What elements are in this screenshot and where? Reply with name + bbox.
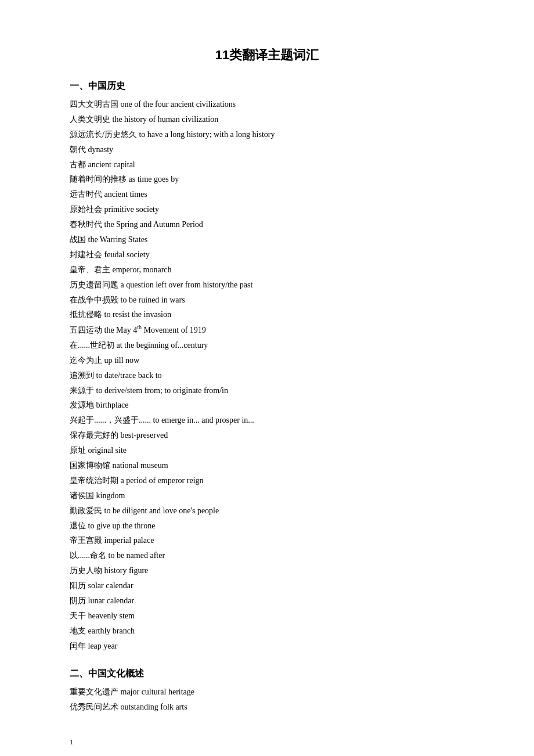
vocab-item: 皇帝、君主 emperor, monarch — [70, 262, 464, 278]
vocab-item: 随着时间的推移 as time goes by — [70, 172, 464, 187]
vocab-item: 优秀民间艺术 outstanding folk arts — [70, 700, 464, 715]
section-heading-section1: 一、中国历史 — [70, 80, 464, 92]
page: 11类翻译主题词汇 一、中国历史四大文明古国 one of the four a… — [0, 0, 534, 756]
vocab-item: 阳历 solar calendar — [70, 578, 464, 593]
vocab-item: 国家博物馆 national museum — [70, 458, 464, 473]
vocab-item: 春秋时代 the Spring and Autumn Period — [70, 217, 464, 232]
vocab-item: 勤政爱民 to be diligent and love one's peopl… — [70, 503, 464, 519]
vocab-item: 皇帝统治时期 a period of emperor reign — [70, 473, 464, 488]
vocab-item: 战国 the Warring States — [70, 232, 464, 247]
vocab-item: 源远流长/历史悠久 to have a long history; with a… — [70, 127, 464, 142]
vocab-item: 帝王宫殿 imperial palace — [70, 533, 464, 548]
vocab-item: 封建社会 feudal society — [70, 247, 464, 262]
page-title: 11类翻译主题词汇 — [70, 46, 464, 64]
vocab-item: 追溯到 to date/trace back to — [70, 368, 464, 383]
vocab-item: 闰年 leap year — [70, 639, 464, 654]
vocab-item: 历史人物 history figure — [70, 563, 464, 578]
vocab-item: 古都 ancient capital — [70, 157, 464, 172]
vocab-item: 朝代 dynasty — [70, 142, 464, 157]
vocab-item: 诸侯国 kingdom — [70, 488, 464, 503]
vocab-item: 地支 earthly branch — [70, 624, 464, 639]
vocab-item: 四大文明古国 one of the four ancient civilizat… — [70, 97, 464, 112]
vocab-item: 阴历 lunar calendar — [70, 593, 464, 609]
vocab-item: 抵抗侵略 to resist the invasion — [70, 307, 464, 322]
page-number: 1 — [70, 737, 464, 747]
vocab-item: 退位 to give up the throne — [70, 519, 464, 534]
vocab-item: 兴起于......，兴盛于...... to emerge in... and … — [70, 413, 464, 428]
vocab-item: 发源地 birthplace — [70, 398, 464, 413]
vocab-item: 在......世纪初 at the beginning of...century — [70, 338, 464, 353]
vocab-item: 远古时代 ancient times — [70, 187, 464, 202]
vocab-item: 历史遗留问题 a question left over from history… — [70, 278, 464, 293]
vocab-item: 五四运动 the May 4th Movement of 1919 — [70, 322, 464, 338]
vocab-item: 在战争中损毁 to be ruined in wars — [70, 293, 464, 308]
vocab-item: 原址 original site — [70, 443, 464, 458]
section-heading-section2: 二、中国文化概述 — [70, 668, 464, 680]
vocab-item: 人类文明史 the history of human civilization — [70, 112, 464, 127]
vocab-item: 天干 heavenly stem — [70, 609, 464, 624]
vocab-item: 迄今为止 up till now — [70, 353, 464, 368]
vocab-item: 保存最完好的 best-preserved — [70, 428, 464, 443]
vocab-item: 重要文化遗产 major cultural heritage — [70, 685, 464, 700]
vocab-item: 来源于 to derive/stem from; to originate fr… — [70, 383, 464, 398]
vocab-item: 原始社会 primitive society — [70, 202, 464, 217]
vocab-item: 以......命名 to be named after — [70, 548, 464, 563]
